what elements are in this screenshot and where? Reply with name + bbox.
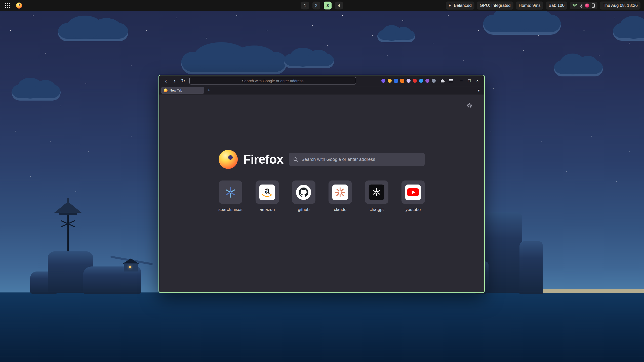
tile-label: amazon [260, 207, 275, 212]
personalize-button[interactable] [465, 101, 474, 110]
tile-card [401, 180, 425, 204]
back-button[interactable]: ‹ [162, 77, 170, 84]
cloud [181, 52, 287, 74]
reload-button[interactable]: ↻ [179, 77, 187, 84]
island-watchtower [30, 196, 166, 294]
text-caret [273, 79, 273, 83]
extension-icon-blue[interactable] [394, 79, 398, 83]
start-search-bar [289, 153, 425, 166]
workspace-switcher: 1 2 3 4 [301, 2, 343, 10]
tile-card [292, 180, 315, 204]
tile-card [329, 180, 352, 204]
gpu-status: GPU: Integrated [477, 2, 513, 10]
close-button[interactable]: × [474, 77, 481, 84]
maximize-button[interactable]: □ [466, 77, 473, 84]
shortcut-chatgpt[interactable]: chatgpt [365, 180, 388, 212]
firefox-wordmark: Firefox [243, 152, 284, 167]
tile-card: a [256, 180, 279, 204]
ping-status: Home: 9ms [516, 2, 543, 10]
firefox-logo [219, 150, 238, 169]
nixos-icon [224, 186, 237, 199]
device-icon[interactable] [592, 3, 595, 8]
indicator-icon[interactable] [585, 4, 589, 8]
extension-icon-purple[interactable] [425, 79, 429, 83]
extension-icon-amber[interactable] [388, 79, 392, 83]
shortcut-github[interactable]: github [292, 180, 315, 212]
workspace-3-active[interactable]: 3 [324, 2, 332, 10]
top-bar: 1 2 3 4 P: Balanced GPU: Integrated Home… [0, 0, 644, 11]
firefox-launcher-button[interactable] [15, 2, 23, 10]
url-bar [189, 77, 356, 84]
extension-icon-gray[interactable] [432, 79, 436, 83]
tile-label: github [298, 207, 309, 212]
app-menu-button[interactable] [447, 77, 455, 84]
extension-toolbar [381, 79, 436, 83]
extension-icon-orange[interactable] [400, 79, 404, 83]
youtube-icon [405, 185, 421, 200]
claude-icon [332, 185, 348, 200]
puzzle-icon [440, 78, 445, 83]
firefox-icon [16, 3, 22, 9]
power-profile-status: P: Balanced [446, 2, 474, 10]
workspace-4[interactable]: 4 [335, 2, 343, 10]
firefox-window: ‹ › ↻ [158, 75, 485, 293]
tile-label: youtube [406, 207, 421, 212]
tab-title: New Tab [170, 88, 182, 92]
tab-new-tab[interactable]: New Tab [161, 87, 204, 94]
shortcut-search-nixos[interactable]: search.nixos [218, 180, 242, 212]
tile-label: chatgpt [370, 207, 384, 212]
forward-button[interactable]: › [171, 77, 178, 84]
ocean [0, 293, 644, 362]
battery-status: Bat: 100 [546, 2, 567, 10]
app-launcher-button[interactable] [4, 2, 12, 10]
new-tab-page: Firefox [159, 95, 484, 292]
apps-grid-icon [5, 3, 6, 4]
start-hero: Firefox [219, 150, 425, 169]
shortcut-amazon[interactable]: a amazon [256, 180, 279, 212]
shortcut-tiles: search.nixos a amazon [218, 180, 425, 212]
workspace-1[interactable]: 1 [301, 2, 309, 10]
cloud [554, 60, 603, 76]
browser-toolbar: ‹ › ↻ [159, 75, 484, 86]
cliffs-right [473, 211, 614, 294]
cloud [483, 15, 561, 35]
firefox-favicon [164, 88, 168, 92]
clock[interactable]: Thu Aug 08, 18:26 [600, 2, 640, 10]
desktop: 1 2 3 4 P: Balanced GPU: Integrated Home… [0, 0, 644, 362]
cloud [12, 84, 61, 101]
tile-card [219, 180, 242, 204]
cloud [284, 54, 334, 68]
workspace-2[interactable]: 2 [312, 2, 320, 10]
chatgpt-icon [369, 185, 384, 200]
wifi-icon[interactable] [572, 4, 577, 8]
gear-icon [467, 102, 473, 108]
bluetooth-icon[interactable] [580, 4, 583, 8]
tab-bar: New Tab + ▾ [159, 86, 484, 95]
search-icon [293, 157, 298, 162]
system-tray [570, 2, 597, 9]
extension-icon-red[interactable] [413, 79, 417, 83]
cloud [613, 23, 644, 41]
cloud [58, 23, 128, 41]
extension-icon-skyblue[interactable] [419, 79, 423, 83]
shortcut-claude[interactable]: claude [329, 180, 352, 212]
github-icon [296, 185, 311, 200]
cloud [377, 30, 415, 42]
start-search-input[interactable] [301, 157, 420, 162]
menu-icon [449, 80, 453, 81]
list-all-tabs-button[interactable]: ▾ [475, 87, 482, 94]
minimize-button[interactable]: – [458, 77, 465, 84]
tile-label: search.nixos [218, 207, 242, 212]
shortcut-youtube[interactable]: youtube [401, 180, 425, 212]
extensions-button[interactable] [439, 77, 446, 84]
window-controls: – □ × [458, 77, 481, 84]
tile-label: claude [334, 207, 346, 212]
tile-card [365, 180, 388, 204]
extension-icon-lavender[interactable] [407, 79, 411, 83]
new-tab-button[interactable]: + [206, 87, 212, 94]
amazon-icon: a [259, 185, 275, 200]
extension-icon-violet[interactable] [381, 79, 385, 83]
